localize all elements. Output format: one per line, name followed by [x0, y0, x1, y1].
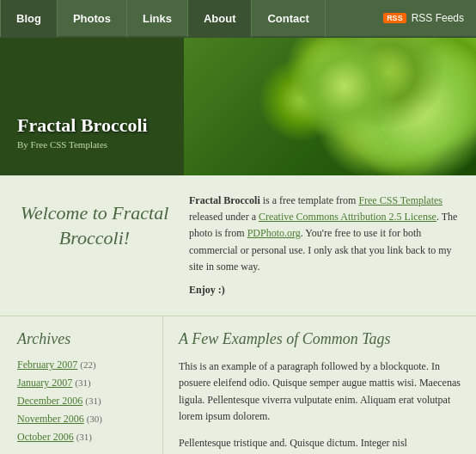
archive-link-jan2007[interactable]: January 2007	[17, 377, 72, 389]
archive-count: (31)	[75, 377, 90, 388]
archive-link-dec2006[interactable]: December 2006	[17, 395, 82, 407]
header-text-block: Fractal Broccoli By Free CSS Templates	[17, 114, 148, 150]
sidebar: Archives February 2007 (22) January 2007…	[0, 316, 163, 454]
enjoy-text: Enjoy :)	[189, 282, 459, 298]
header-banner: Fractal Broccoli By Free CSS Templates	[0, 38, 476, 175]
list-item: October 2006 (31)	[17, 431, 149, 444]
list-item: November 2006 (30)	[17, 413, 149, 426]
archive-link-feb2007[interactable]: February 2007	[17, 359, 77, 371]
archive-link-nov2006[interactable]: November 2006	[17, 413, 84, 425]
archive-list: February 2007 (22) January 2007 (31) Dec…	[17, 359, 149, 444]
rss-feeds[interactable]: RSS RSS Feeds	[371, 12, 476, 24]
nav-links[interactable]: Links	[127, 0, 188, 37]
main-article: A Few Examples of Common Tags This is an…	[163, 316, 476, 454]
nav-contact[interactable]: Contact	[252, 0, 325, 37]
site-title: Fractal Broccoli	[17, 114, 148, 137]
archives-title: Archives	[17, 330, 149, 348]
nav-about[interactable]: About	[188, 0, 253, 37]
archive-count: (30)	[87, 414, 102, 424]
rss-icon: RSS	[383, 13, 406, 23]
site-name-strong: Fractal Broccoli	[189, 194, 260, 206]
welcome-left: Welcome to Fractal Broccoli!	[17, 193, 172, 298]
welcome-section: Welcome to Fractal Broccoli! Fractal Bro…	[0, 175, 476, 316]
lower-section: Archives February 2007 (22) January 2007…	[0, 316, 476, 454]
navbar: Blog Photos Links About Contact RSS RSS …	[0, 0, 476, 38]
article-title: A Few Examples of Common Tags	[179, 330, 461, 348]
archive-count: (22)	[80, 359, 95, 370]
broccoli-pattern	[184, 38, 476, 175]
list-item: December 2006 (31)	[17, 395, 149, 408]
welcome-body: Fractal Broccoli is a free template from…	[189, 193, 459, 298]
archive-count: (31)	[85, 396, 101, 406]
list-item: February 2007 (22)	[17, 359, 149, 371]
welcome-heading: Welcome to Fractal Broccoli!	[17, 201, 172, 250]
list-item: January 2007 (31)	[17, 377, 149, 390]
pdphoto-link[interactable]: PDPhoto.org	[247, 227, 301, 239]
nav-photos[interactable]: Photos	[58, 0, 127, 37]
rss-label: RSS Feeds	[412, 12, 464, 24]
header-image	[184, 38, 476, 175]
nav-blog[interactable]: Blog	[0, 0, 58, 37]
cc-license-link[interactable]: Creative Commons Attribution 2.5 License	[259, 211, 436, 223]
site-subtitle: By Free CSS Templates	[17, 139, 148, 150]
archive-link-oct2006[interactable]: October 2006	[17, 431, 74, 443]
article-paragraph-1: This is an example of a paragraph follow…	[179, 359, 461, 425]
nav-items: Blog Photos Links About Contact	[0, 0, 371, 37]
archive-count: (31)	[76, 432, 92, 442]
main-content: Welcome to Fractal Broccoli! Fractal Bro…	[0, 175, 476, 454]
welcome-paragraph: Fractal Broccoli is a free template from…	[189, 193, 459, 275]
article-paragraph-2: Pellentesque tristique and. Quisque dict…	[179, 435, 461, 451]
free-css-link[interactable]: Free CSS Templates	[358, 194, 442, 206]
